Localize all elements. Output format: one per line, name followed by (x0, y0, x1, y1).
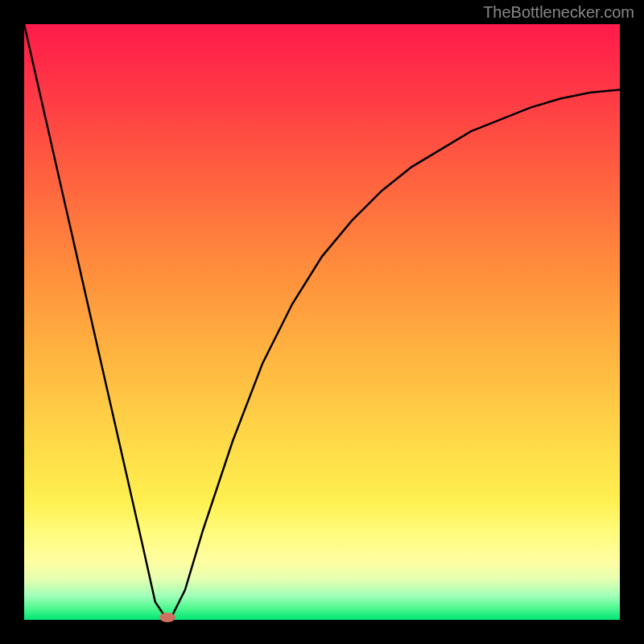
minimum-marker (159, 613, 175, 622)
chart-container (24, 24, 620, 620)
bottleneck-curve (24, 24, 620, 620)
attribution-text: TheBottlenecker.com (483, 3, 634, 22)
